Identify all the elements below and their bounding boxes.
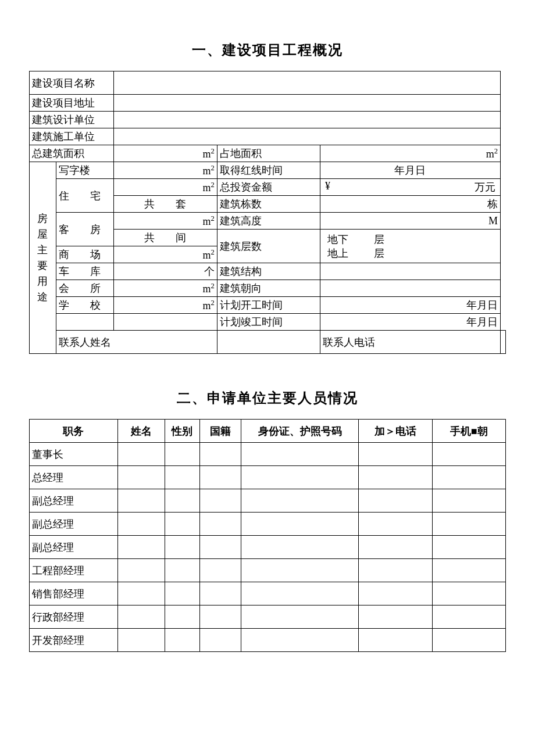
data-cell[interactable] bbox=[200, 489, 241, 513]
data-cell[interactable] bbox=[200, 443, 241, 466]
position-cell: 销售部经理 bbox=[30, 582, 118, 605]
data-cell[interactable] bbox=[432, 513, 505, 536]
label-building-orient: 建筑朝向 bbox=[217, 280, 320, 297]
cell-total-area[interactable]: m2 bbox=[113, 145, 217, 162]
data-cell[interactable] bbox=[165, 559, 200, 582]
data-cell[interactable] bbox=[432, 466, 505, 489]
cell-plan-start[interactable]: 年月日 bbox=[320, 297, 500, 314]
label-main-use: 房屋主要用途 bbox=[30, 162, 56, 354]
data-cell[interactable] bbox=[200, 605, 241, 629]
data-cell[interactable] bbox=[117, 629, 165, 652]
data-cell[interactable] bbox=[200, 466, 241, 489]
cell-contact-phone[interactable] bbox=[501, 331, 506, 354]
data-cell[interactable] bbox=[165, 582, 200, 605]
data-cell[interactable] bbox=[165, 536, 200, 559]
label-invest: 总投资金额 bbox=[217, 179, 320, 196]
label-office: 写字楼 bbox=[56, 162, 113, 179]
data-cell[interactable] bbox=[241, 629, 358, 652]
cell-plan-end[interactable]: 年月日 bbox=[320, 314, 500, 331]
data-cell[interactable] bbox=[359, 582, 432, 605]
position-cell: 副总经理 bbox=[30, 513, 118, 536]
cell-residence-sets[interactable]: 共 套 bbox=[113, 196, 217, 213]
cell-building-count[interactable]: 栋 bbox=[320, 196, 500, 213]
cell-redline[interactable]: 年月日 bbox=[320, 162, 500, 179]
cell-invest[interactable]: ¥万元 bbox=[320, 179, 500, 196]
data-cell[interactable] bbox=[117, 489, 165, 513]
cell-land-area[interactable]: m2 bbox=[320, 145, 500, 162]
data-cell[interactable] bbox=[241, 582, 358, 605]
table-row: 工程部经理 bbox=[30, 559, 506, 582]
cell-building-floors[interactable]: 地下层 地上层 bbox=[320, 230, 500, 263]
cell-project-name[interactable] bbox=[113, 71, 500, 95]
data-cell[interactable] bbox=[432, 605, 505, 629]
data-cell[interactable] bbox=[241, 489, 358, 513]
data-cell[interactable] bbox=[432, 629, 505, 652]
cell-garage[interactable]: 个 bbox=[113, 263, 217, 280]
data-cell[interactable] bbox=[241, 513, 358, 536]
data-cell[interactable] bbox=[165, 489, 200, 513]
data-cell[interactable] bbox=[117, 605, 165, 629]
label-project-addr: 建设项目地址 bbox=[30, 95, 114, 112]
cell-project-addr[interactable] bbox=[113, 95, 500, 112]
data-cell[interactable] bbox=[359, 605, 432, 629]
table-row: 销售部经理 bbox=[30, 582, 506, 605]
data-cell[interactable] bbox=[117, 582, 165, 605]
data-cell[interactable] bbox=[165, 466, 200, 489]
data-cell[interactable] bbox=[200, 629, 241, 652]
cell-residence-area[interactable]: m2 bbox=[113, 179, 217, 196]
data-cell[interactable] bbox=[359, 513, 432, 536]
label-total-area: 总建筑面积 bbox=[30, 145, 114, 162]
personnel-header-row: 职务 姓名 性别 国籍 身份证、护照号码 加＞电话 手机■朝 bbox=[30, 420, 506, 443]
data-cell[interactable] bbox=[241, 466, 358, 489]
data-cell[interactable] bbox=[432, 489, 505, 513]
data-cell[interactable] bbox=[165, 513, 200, 536]
data-cell[interactable] bbox=[117, 443, 165, 466]
data-cell[interactable] bbox=[432, 443, 505, 466]
cell-guestroom-area[interactable]: m2 bbox=[113, 213, 217, 230]
label-garage: 车 库 bbox=[56, 263, 113, 280]
data-cell[interactable] bbox=[200, 536, 241, 559]
table-row: 副总经理 bbox=[30, 489, 506, 513]
cell-design-unit[interactable] bbox=[113, 112, 500, 128]
cell-building-struct[interactable] bbox=[320, 263, 500, 280]
cell-guestroom-rooms[interactable]: 共 间 bbox=[113, 230, 217, 246]
data-cell[interactable] bbox=[117, 466, 165, 489]
cell-contact-name[interactable] bbox=[217, 331, 320, 354]
data-cell[interactable] bbox=[241, 443, 358, 466]
data-cell[interactable] bbox=[359, 629, 432, 652]
table-row: 副总经理 bbox=[30, 513, 506, 536]
data-cell[interactable] bbox=[359, 489, 432, 513]
cell-office[interactable]: m2 bbox=[113, 162, 217, 179]
data-cell[interactable] bbox=[117, 559, 165, 582]
data-cell[interactable] bbox=[200, 559, 241, 582]
project-overview-table: 建设项目名称 建设项目地址 建筑设计单位 建筑施工单位 总建筑面积 m2 占地面… bbox=[29, 71, 506, 354]
data-cell[interactable] bbox=[432, 559, 505, 582]
label-guestroom: 客 房 bbox=[56, 213, 113, 246]
data-cell[interactable] bbox=[200, 513, 241, 536]
data-cell[interactable] bbox=[432, 536, 505, 559]
data-cell[interactable] bbox=[241, 536, 358, 559]
label-building-height: 建筑高度 bbox=[217, 213, 320, 230]
data-cell[interactable] bbox=[432, 582, 505, 605]
data-cell[interactable] bbox=[165, 605, 200, 629]
data-cell[interactable] bbox=[359, 443, 432, 466]
label-design-unit: 建筑设计单位 bbox=[30, 112, 114, 128]
data-cell[interactable] bbox=[200, 582, 241, 605]
data-cell[interactable] bbox=[241, 605, 358, 629]
data-cell[interactable] bbox=[359, 536, 432, 559]
data-cell[interactable] bbox=[165, 443, 200, 466]
cell-building-height[interactable]: M bbox=[320, 213, 500, 230]
data-cell[interactable] bbox=[359, 466, 432, 489]
data-cell[interactable] bbox=[241, 559, 358, 582]
cell-club[interactable]: m2 bbox=[113, 280, 217, 297]
data-cell[interactable] bbox=[165, 629, 200, 652]
data-cell[interactable] bbox=[117, 513, 165, 536]
cell-construct-unit[interactable] bbox=[113, 128, 500, 145]
cell-school[interactable]: m2 bbox=[113, 297, 217, 314]
data-cell[interactable] bbox=[359, 559, 432, 582]
cell-mall[interactable]: m2 bbox=[113, 246, 217, 263]
data-cell[interactable] bbox=[117, 536, 165, 559]
cell-blank[interactable] bbox=[113, 314, 217, 331]
cell-building-orient[interactable] bbox=[320, 280, 500, 297]
label-building-count: 建筑栋数 bbox=[217, 196, 320, 213]
